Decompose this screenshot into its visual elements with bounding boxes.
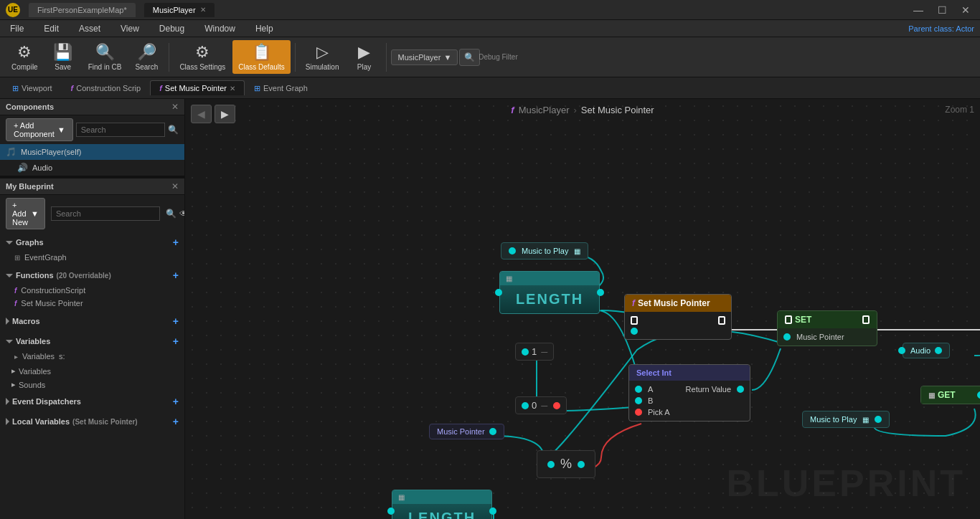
pin-length-2-in[interactable] xyxy=(387,508,395,515)
pin-value-1-out[interactable] xyxy=(522,348,529,356)
node-music-to-play-top[interactable]: Music to Play ▦ xyxy=(501,242,588,260)
tab-set-music-pointer[interactable]: f Set Music Pointer ✕ xyxy=(150,80,245,95)
tab-first-person-map[interactable]: FirstPersonExampleMap* xyxy=(29,3,136,17)
macros-section: Macros + xyxy=(0,311,184,331)
pin-set-exec-in[interactable] xyxy=(785,315,792,324)
pin-get-out[interactable] xyxy=(977,391,980,399)
pin-value-0-red[interactable] xyxy=(553,402,560,409)
nav-back-button[interactable]: ◀ xyxy=(191,105,212,123)
search-button[interactable]: 🔎 Search xyxy=(128,40,164,74)
pin-set-music-pointer-in[interactable] xyxy=(783,333,791,341)
debug-search-button[interactable]: 🔍 xyxy=(459,49,480,66)
variables-components-row[interactable]: ▸ Variables xyxy=(0,364,184,378)
pin-select-pick-a[interactable] xyxy=(635,409,642,416)
functions-add-icon[interactable]: + xyxy=(173,270,179,281)
variables-add-icon[interactable]: + xyxy=(173,335,179,347)
component-search-input[interactable] xyxy=(76,123,165,137)
node-music-to-play-set[interactable]: Music to Play ▦ xyxy=(802,411,890,428)
graph-area[interactable]: ◀ ▶ f MusicPlayer › Set Music Pointer Zo… xyxy=(185,99,980,519)
pin-select-b[interactable] xyxy=(635,397,642,404)
pin-length-2-out[interactable] xyxy=(489,508,496,515)
minimize-button[interactable]: — xyxy=(909,3,928,17)
node-value-0[interactable]: 0 — xyxy=(515,396,567,414)
pin-set-music-data-in[interactable] xyxy=(631,328,638,335)
compile-button[interactable]: ⚙ Compile xyxy=(6,40,44,74)
node-length-1[interactable]: ▦ LENGTH xyxy=(499,271,600,314)
pin-value-0-out[interactable] xyxy=(522,402,529,409)
menu-window[interactable]: Window xyxy=(200,22,240,35)
node-value-1[interactable]: 1 — xyxy=(515,343,554,361)
find-in-cb-button[interactable]: 🔍 Find in CB xyxy=(83,40,128,74)
add-component-button[interactable]: + Add Component ▼ xyxy=(6,118,73,141)
graphs-add-icon[interactable]: + xyxy=(173,237,179,248)
event-dispatchers-header[interactable]: Event Dispatchers + xyxy=(0,393,184,410)
blueprint-search-input[interactable] xyxy=(51,206,160,221)
pin-select-return[interactable] xyxy=(737,386,744,393)
variables-sounds-row[interactable]: ▸ Sounds xyxy=(0,378,184,391)
component-audio[interactable]: 🔊 Audio xyxy=(0,160,184,176)
component-music-player[interactable]: 🎵 MusicPlayer(self) xyxy=(0,144,184,160)
tab-set-music-close-icon[interactable]: ✕ xyxy=(230,85,235,92)
pin-audio-in[interactable] xyxy=(898,347,905,354)
tab-event-graph[interactable]: ⊞ Event Graph xyxy=(245,80,317,96)
play-button[interactable]: ▶ Play xyxy=(346,40,382,74)
menu-edit[interactable]: Edit xyxy=(39,22,63,35)
pin-set-music-exec-out[interactable] xyxy=(718,316,725,325)
functions-construction-script-item[interactable]: f ConstructionScript xyxy=(0,284,184,297)
pin-set-music-exec-in[interactable] xyxy=(631,316,638,325)
visibility-icon[interactable]: 👁 xyxy=(179,209,185,219)
maximize-button[interactable]: ☐ xyxy=(933,3,951,17)
node-get[interactable]: ▦ GET xyxy=(920,386,980,404)
menu-help[interactable]: Help xyxy=(251,22,278,35)
tab-music-player[interactable]: MusicPlayer ✕ xyxy=(144,3,215,17)
node-audio-component[interactable]: Audio xyxy=(903,343,950,358)
macros-section-header[interactable]: Macros + xyxy=(0,313,184,330)
pin-modulo-out[interactable] xyxy=(578,461,585,468)
nav-forward-button[interactable]: ▶ xyxy=(215,105,235,123)
menu-file[interactable]: File xyxy=(6,22,28,35)
node-set-music-pointer[interactable]: f Set Music Pointer xyxy=(624,294,732,340)
debug-filter-dropdown[interactable]: MusicPlayer ▼ xyxy=(391,49,458,65)
local-variables-header[interactable]: Local Variables (Set Music Pointer) + xyxy=(0,413,184,430)
node-music-pointer-var[interactable]: Music Pointer xyxy=(429,424,504,439)
menu-debug[interactable]: Debug xyxy=(155,22,189,35)
event-dispatchers-add-icon[interactable]: + xyxy=(173,396,179,407)
pin-length-1-in[interactable] xyxy=(495,289,502,296)
class-defaults-button[interactable]: 📋 Class Defaults xyxy=(232,40,290,74)
tab-viewport[interactable]: ⊞ Viewport xyxy=(3,80,62,96)
my-blueprint-close-icon[interactable]: ✕ xyxy=(171,181,179,191)
pin-select-a[interactable] xyxy=(635,386,642,393)
pin-music-to-play-top-out[interactable] xyxy=(509,247,516,254)
local-variables-add-icon[interactable]: + xyxy=(173,416,179,427)
pin-length-1-out[interactable] xyxy=(597,289,604,296)
save-button[interactable]: 💾 Save xyxy=(45,40,81,74)
functions-set-music-pointer-item[interactable]: f Set Music Pointer xyxy=(0,297,184,310)
components-close-icon[interactable]: ✕ xyxy=(171,102,179,112)
node-modulo[interactable]: % xyxy=(537,450,595,478)
simulation-button[interactable]: ▷ Simulation xyxy=(300,40,345,74)
graphs-event-graph-item[interactable]: ⊞ EventGraph xyxy=(0,251,184,264)
graphs-section-header[interactable]: Graphs + xyxy=(0,234,184,251)
node-select-int[interactable]: Select Int A Return Value B xyxy=(628,364,750,422)
tab-close-icon[interactable]: ✕ xyxy=(200,6,206,14)
menu-view[interactable]: View xyxy=(116,22,143,35)
macros-add-icon[interactable]: + xyxy=(173,315,179,327)
close-button[interactable]: ✕ xyxy=(957,3,974,17)
node-set[interactable]: SET Music Pointer xyxy=(777,310,877,346)
pin-music-pointer-out[interactable] xyxy=(489,428,496,435)
pin-music-to-play-set-out[interactable] xyxy=(875,416,882,423)
pin-modulo-in[interactable] xyxy=(547,461,555,468)
menu-asset[interactable]: Asset xyxy=(75,22,105,35)
variables-components-item[interactable]: ▸ Variabless: xyxy=(0,350,184,363)
tab-construction-script[interactable]: f Construction Scrip xyxy=(62,80,151,95)
comp-search-icon[interactable]: 🔍 xyxy=(168,125,179,135)
class-settings-button[interactable]: ⚙ Class Settings xyxy=(174,40,231,74)
bp-search-icon[interactable]: 🔍 xyxy=(166,209,176,219)
variables-section-header[interactable]: Variables + xyxy=(0,333,184,350)
node-audio-inner: Audio xyxy=(903,343,949,358)
pin-set-exec-out[interactable] xyxy=(862,315,870,324)
node-length-2[interactable]: ▦ LENGTH xyxy=(392,490,492,519)
add-new-button[interactable]: + Add New ▼ xyxy=(6,198,45,229)
pin-audio-out[interactable] xyxy=(935,347,942,354)
functions-section-header[interactable]: Functions (20 Overridable) + xyxy=(0,267,184,284)
